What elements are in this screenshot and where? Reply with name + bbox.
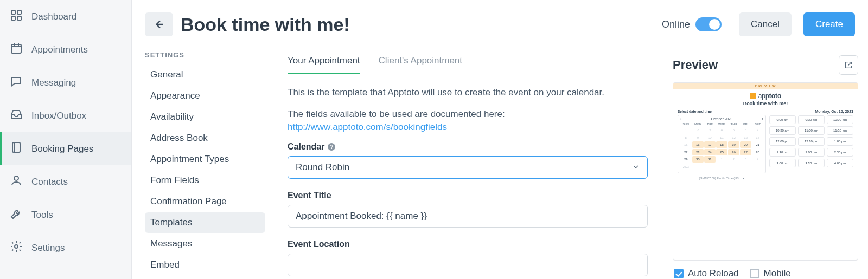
cal-day-trailing: 2	[728, 156, 739, 163]
online-toggle[interactable]	[695, 17, 722, 31]
cal-dow: WED	[716, 122, 727, 126]
cal-month: October 2023	[711, 117, 732, 121]
time-slot: 10:00 am	[827, 115, 853, 124]
cal-day: 11	[716, 134, 727, 141]
cal-day: 24	[704, 149, 716, 155]
cal-day: 17	[704, 141, 716, 148]
preview-calendar: ‹ October 2023 › SUNMONTUEWEDTHUFRISAT 1…	[678, 115, 766, 173]
appointment-tabs: Your Appointment Client's Appointment	[288, 55, 648, 74]
intro-text-2: The fields available to be used are docu…	[288, 108, 648, 134]
tab-your-appointment[interactable]: Your Appointment	[288, 55, 360, 74]
brand-b: toto	[769, 92, 782, 100]
tab-client-appointment[interactable]: Client's Appointment	[379, 55, 462, 74]
svg-rect-5	[12, 142, 20, 152]
user-icon	[10, 174, 23, 190]
grid-icon	[10, 9, 23, 24]
cal-day: 4	[716, 127, 727, 133]
time-slot: 2:00 pm	[798, 148, 825, 157]
settings-item-appointment-types[interactable]: Appointment Types	[145, 149, 265, 170]
sidebar-label: Inbox/Outbox	[31, 111, 86, 121]
event-location-label: Event Location	[288, 239, 648, 249]
cal-day: 13	[740, 134, 751, 141]
preview-page-title: Book time with me!	[673, 101, 858, 106]
cal-day-trailing: 4	[752, 156, 763, 163]
sidebar-item-appointments[interactable]: Appointments	[0, 33, 131, 66]
cal-day-trailing: 3	[740, 156, 751, 163]
wrench-icon	[10, 207, 23, 223]
sidebar-item-dashboard[interactable]: Dashboard	[0, 0, 131, 33]
event-title-input[interactable]	[288, 205, 648, 228]
cal-day: 15	[680, 141, 692, 148]
cal-day: 27	[740, 149, 751, 155]
sidebar-item-inbox[interactable]: Inbox/Outbox	[0, 99, 131, 132]
sidebar-item-booking-pages[interactable]: Booking Pages	[0, 132, 131, 165]
settings-item-templates[interactable]: Templates	[145, 212, 265, 233]
svg-rect-0	[11, 10, 15, 14]
settings-item-availability[interactable]: Availability	[145, 107, 265, 127]
calendar-glyph-icon	[750, 93, 756, 99]
time-slot: 1:30 pm	[769, 148, 796, 157]
time-slot: 11:30 am	[827, 126, 853, 135]
auto-reload-group[interactable]: Auto Reload	[674, 268, 739, 279]
page-title: Book time with me!	[181, 14, 654, 35]
sidebar-item-contacts[interactable]: Contacts	[0, 165, 131, 198]
back-button[interactable]	[145, 12, 173, 36]
settings-item-form-fields[interactable]: Form Fields	[145, 170, 265, 191]
auto-reload-label: Auto Reload	[688, 268, 739, 279]
cal-day: 1	[680, 127, 692, 133]
preview-controls: Auto Reload Mobile	[673, 261, 858, 279]
main-sidebar: Dashboard Appointments Messaging Inbox/O…	[0, 0, 132, 279]
mobile-group[interactable]: Mobile	[750, 268, 791, 279]
sidebar-label: Dashboard	[31, 11, 76, 22]
svg-rect-4	[11, 44, 21, 53]
time-slot: 10:30 am	[769, 126, 796, 135]
mobile-label: Mobile	[764, 268, 791, 279]
svg-rect-3	[17, 16, 21, 20]
event-location-input[interactable]	[288, 254, 648, 276]
cal-day: 16	[692, 141, 704, 148]
gear-icon	[10, 240, 23, 256]
cal-day: 12	[728, 134, 739, 141]
calendar-label-text: Calendar	[288, 142, 324, 152]
preview-selected-date: Monday, Oct 16, 2023	[769, 109, 853, 113]
time-slot: 9:00 am	[769, 115, 796, 124]
intro-text-1: This is the template that Apptoto will u…	[288, 86, 648, 99]
cal-day: 9	[692, 134, 704, 141]
settings-item-appearance[interactable]: Appearance	[145, 86, 265, 106]
create-button[interactable]: Create	[803, 12, 855, 36]
cal-day: 8	[680, 134, 692, 141]
sidebar-item-messaging[interactable]: Messaging	[0, 66, 131, 99]
help-icon[interactable]: ?	[328, 143, 335, 151]
cal-day: 25	[716, 149, 727, 155]
cal-dow: THU	[728, 122, 739, 126]
svg-rect-1	[17, 10, 21, 14]
mobile-checkbox[interactable]	[750, 269, 760, 278]
popout-button[interactable]	[839, 55, 858, 75]
cal-day: 18	[716, 141, 727, 148]
settings-item-general[interactable]: General	[145, 64, 265, 85]
settings-item-embed[interactable]: Embed	[145, 255, 265, 275]
preview-slots: 9:00 am9:30 am10:00 am10:30 am11:00 am11…	[769, 115, 853, 167]
auto-reload-checkbox[interactable]	[674, 269, 684, 278]
settings-item-messages[interactable]: Messages	[145, 233, 265, 254]
svg-point-6	[14, 176, 18, 180]
cal-dow: FRI	[740, 122, 751, 126]
calendar-label: Calendar ?	[288, 142, 648, 152]
book-icon	[10, 141, 23, 157]
sidebar-label: Tools	[31, 210, 53, 220]
calendar-icon	[10, 42, 23, 57]
time-slot: 1:00 pm	[827, 137, 853, 146]
sidebar-item-tools[interactable]: Tools	[0, 198, 131, 231]
inbox-icon	[10, 108, 23, 124]
cal-dow: MON	[692, 122, 704, 126]
cal-day: 2	[692, 127, 704, 133]
sidebar-item-settings[interactable]: Settings	[0, 231, 131, 264]
settings-item-address-book[interactable]: Address Book	[145, 128, 265, 148]
cancel-button[interactable]: Cancel	[739, 12, 792, 36]
fields-doc-link[interactable]: http://www.apptoto.com/s/bookingfields	[288, 122, 447, 132]
settings-item-confirmation-page[interactable]: Confirmation Page	[145, 191, 265, 212]
sidebar-label: Messaging	[31, 77, 76, 88]
calendar-select[interactable]: Round Robin	[288, 156, 648, 179]
sidebar-label: Appointments	[31, 44, 88, 55]
cal-day: 5	[728, 127, 739, 133]
